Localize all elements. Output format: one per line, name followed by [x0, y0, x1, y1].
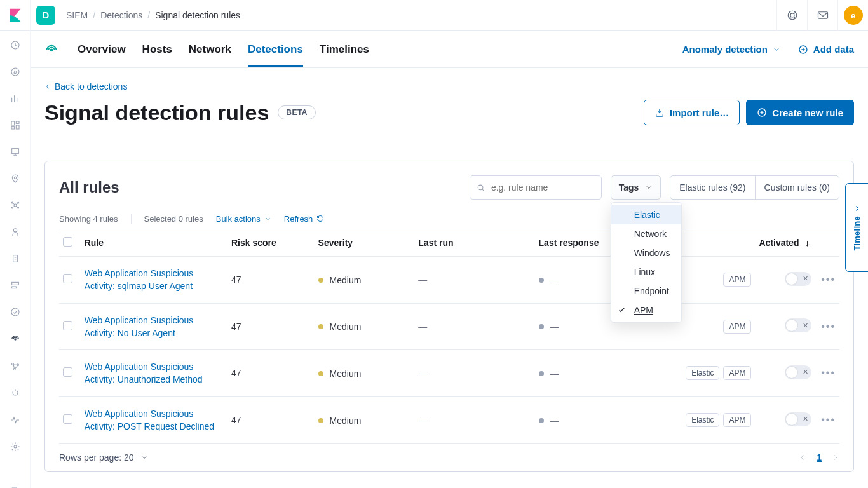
svg-line-5 [794, 17, 796, 18]
severity-dot-icon [318, 324, 323, 329]
risk-score: 47 [227, 350, 315, 397]
anomaly-detection-dropdown[interactable]: Anomaly detection [682, 44, 780, 55]
pager-prev[interactable] [799, 454, 806, 461]
breadcrumb-item[interactable]: SIEM [66, 10, 88, 20]
search-icon [477, 183, 485, 193]
nav-management-icon[interactable] [10, 442, 21, 452]
last-response-value: — [550, 322, 559, 332]
severity-cell: Medium [318, 275, 362, 285]
svg-rect-9 [11, 121, 15, 125]
svg-point-28 [14, 445, 17, 448]
rule-search-input[interactable] [490, 182, 595, 193]
row-actions-button[interactable]: ••• [821, 274, 836, 285]
last-response-cell: — [539, 275, 559, 285]
table-row: Web Application Suspicious Activity: Una… [59, 350, 839, 397]
col-activated-label: Activated [759, 238, 799, 248]
rule-link[interactable]: Web Application Suspicious Activity: POS… [85, 409, 214, 431]
row-checkbox[interactable] [63, 321, 72, 330]
row-actions-button[interactable]: ••• [821, 414, 836, 426]
tags-popover-item[interactable]: Linux [611, 262, 681, 281]
nav-metrics-icon[interactable] [10, 227, 21, 237]
timeline-flyout-tab[interactable]: Timeline [845, 183, 868, 272]
nav-canvas-icon[interactable] [10, 147, 21, 157]
tags-popover-item[interactable]: APM [611, 301, 681, 320]
activated-toggle[interactable]: ✕ [785, 365, 811, 379]
activated-toggle[interactable]: ✕ [785, 272, 811, 286]
activated-toggle[interactable]: ✕ [785, 318, 811, 332]
space-selector[interactable]: D [31, 6, 61, 25]
import-rule-button[interactable]: Import rule… [644, 100, 740, 125]
beta-badge: BETA [278, 105, 316, 119]
bulk-actions-dropdown[interactable]: Bulk actions [216, 214, 271, 224]
pager-page-1[interactable]: 1 [817, 452, 822, 463]
newsfeed-button[interactable] [776, 0, 807, 31]
status-dot-icon [539, 278, 544, 283]
import-icon [654, 107, 665, 118]
back-link[interactable]: Back to detections [44, 81, 127, 92]
mail-button[interactable] [807, 0, 837, 31]
segment-elastic-rules[interactable]: Elastic rules (92) [670, 176, 754, 199]
col-severity-header[interactable]: Severity [315, 229, 415, 257]
tags-popover-item[interactable]: Windows [611, 243, 681, 262]
nav-uptime-icon[interactable] [10, 307, 21, 317]
col-rule-header[interactable]: Rule [81, 229, 227, 257]
tags-popover-item[interactable]: Network [611, 224, 681, 243]
row-checkbox[interactable] [63, 414, 72, 424]
nav-siem-icon[interactable] [10, 334, 21, 345]
nav-ml-icon[interactable] [10, 200, 21, 210]
nav-collapse-icon[interactable] [10, 485, 21, 488]
pager-next[interactable] [832, 454, 839, 461]
activated-toggle[interactable]: ✕ [785, 412, 811, 426]
nav-monitoring-icon[interactable] [10, 415, 21, 425]
last-response-value: — [550, 275, 559, 285]
tab-timelines[interactable]: Timelines [320, 43, 369, 56]
tags-filter-label: Tags [619, 182, 639, 193]
kibana-logo[interactable] [0, 0, 31, 31]
user-menu[interactable]: e [837, 0, 868, 31]
create-rule-button[interactable]: Create new rule [746, 100, 854, 125]
nav-discover-icon[interactable] [10, 67, 21, 77]
row-actions-button[interactable]: ••• [821, 367, 836, 379]
rows-per-page-dropdown[interactable]: Rows per page: 20 [59, 452, 148, 463]
tags-popover-item[interactable]: Endpoint [611, 281, 681, 301]
tab-hosts[interactable]: Hosts [142, 43, 172, 56]
nav-dev-icon[interactable] [10, 388, 21, 398]
tab-overview[interactable]: Overview [78, 43, 126, 56]
nav-logs-icon[interactable] [10, 254, 21, 264]
col-lastrun-header[interactable]: Last run [414, 229, 534, 257]
select-all-checkbox[interactable] [63, 237, 72, 247]
col-activated-header[interactable]: Activated [755, 229, 815, 257]
row-checkbox[interactable] [63, 274, 72, 283]
svg-rect-22 [11, 287, 16, 288]
toggle-off-icon: ✕ [803, 322, 808, 329]
space-avatar: D [36, 6, 55, 25]
nav-apm-icon[interactable] [10, 280, 21, 290]
page-title: Signal detection rules [44, 100, 269, 125]
segment-custom-rules[interactable]: Custom rules (0) [755, 176, 839, 199]
tab-network[interactable]: Network [189, 43, 231, 56]
rule-link[interactable]: Web Application Suspicious Activity: Una… [85, 362, 203, 384]
row-actions-button[interactable]: ••• [821, 321, 836, 332]
nav-visualize-icon[interactable] [10, 93, 21, 104]
status-dot-icon [539, 324, 544, 329]
tab-detections[interactable]: Detections [248, 43, 303, 56]
nav-dashboard-icon[interactable] [10, 120, 21, 130]
svg-rect-10 [16, 121, 19, 123]
tags-popover-item[interactable]: Elastic [611, 205, 681, 224]
chevron-left-icon [44, 83, 51, 90]
nav-maps-icon[interactable] [10, 173, 21, 184]
user-avatar: e [844, 6, 863, 25]
tags-filter-button[interactable]: Tags [611, 175, 661, 200]
row-checkbox[interactable] [63, 367, 72, 377]
col-risk-header[interactable]: Risk score [227, 229, 315, 257]
rule-link[interactable]: Web Application Suspicious Activity: No … [85, 315, 194, 338]
add-data-link[interactable]: Add data [798, 44, 854, 55]
breadcrumb-item[interactable]: Detections [100, 10, 142, 20]
rule-search[interactable] [470, 175, 602, 200]
showing-count: Showing 4 rules [59, 214, 118, 224]
plus-circle-icon [757, 107, 767, 118]
rule-link[interactable]: Web Application Suspicious Activity: sql… [85, 268, 194, 291]
nav-graph-icon[interactable] [10, 362, 21, 372]
refresh-button[interactable]: Refresh [284, 214, 325, 224]
nav-recent-icon[interactable] [10, 40, 21, 50]
